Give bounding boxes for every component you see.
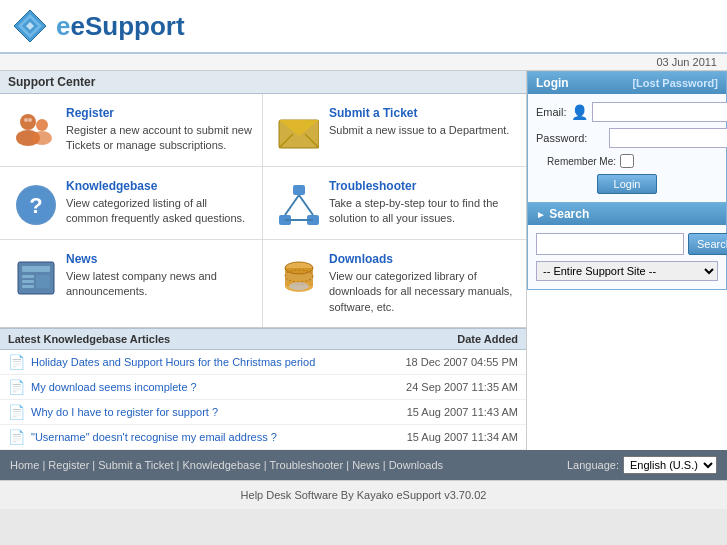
kb-article-link[interactable]: Why do I have to register for support ? xyxy=(31,406,401,418)
knowledgebase-desc: View categorized listing of all common f… xyxy=(66,196,252,227)
knowledgebase-text: Knowledgebase View categorized listing o… xyxy=(66,179,252,227)
kb-header-left: Latest Knowledgebase Articles xyxy=(8,333,170,345)
svg-rect-26 xyxy=(22,266,50,272)
svg-point-9 xyxy=(28,118,32,122)
knowledgebase-icon: ? xyxy=(10,179,58,227)
register-text: Register Register a new account to submi… xyxy=(66,106,252,154)
svg-rect-30 xyxy=(36,275,50,288)
support-center-label: Support Center xyxy=(8,75,95,89)
feature-troubleshooter: Troubleshooter Take a step-by-step tour … xyxy=(263,167,526,240)
password-row: Password: xyxy=(536,128,718,148)
footer-link-news[interactable]: News xyxy=(352,459,380,471)
footer-credit: Help Desk Software By Kayako eSupport v3… xyxy=(0,480,727,509)
search-input-row: Search xyxy=(536,233,718,255)
language-label: Language: xyxy=(567,459,619,471)
footer-link-troubleshooter[interactable]: Troubleshooter xyxy=(270,459,344,471)
email-row: Email: 👤 xyxy=(536,102,718,122)
footer-link-knowledgebase[interactable]: Knowledgebase xyxy=(182,459,260,471)
right-sidebar: Login [Lost Password] Email: 👤 Password:… xyxy=(527,71,727,450)
kb-article-icon: 📄 xyxy=(8,404,25,420)
email-input[interactable] xyxy=(592,102,727,122)
email-label: Email: xyxy=(536,106,567,118)
feature-downloads: Downloads View our categorized library o… xyxy=(263,240,526,327)
main-wrapper: Support Center xyxy=(0,71,727,450)
footer-credit-text: Help Desk Software By Kayako eSupport v3… xyxy=(241,489,487,501)
news-icon xyxy=(10,252,58,300)
search-title: Search xyxy=(549,207,589,221)
register-title[interactable]: Register xyxy=(66,106,252,120)
register-icon xyxy=(10,106,58,154)
search-arrow-icon: ► xyxy=(536,209,546,220)
knowledgebase-title[interactable]: Knowledgebase xyxy=(66,179,252,193)
search-form: Search -- Entire Support Site -- xyxy=(528,225,726,289)
password-label: Password: xyxy=(536,132,587,144)
login-title: Login xyxy=(536,76,569,90)
troubleshooter-desc: Take a step-by-step tour to find the sol… xyxy=(329,196,516,227)
kb-article-row: 📄 My download seems incomplete ? 24 Sep … xyxy=(0,375,526,400)
svg-point-4 xyxy=(20,114,36,130)
login-header: Login [Lost Password] xyxy=(528,72,726,94)
kb-article-row: 📄 "Username" doesn't recognise my email … xyxy=(0,425,526,450)
search-header: ► Search xyxy=(528,203,726,225)
login-form: Email: 👤 Password: Remember Me: Login xyxy=(528,94,726,202)
password-input[interactable] xyxy=(609,128,727,148)
footer-link-submit-ticket[interactable]: Submit a Ticket xyxy=(98,459,173,471)
svg-text:?: ? xyxy=(29,193,42,218)
login-btn-row: Login xyxy=(536,174,718,194)
footer-nav-links: Home | Register | Submit a Ticket | Know… xyxy=(10,459,443,471)
kb-article-link[interactable]: My download seems incomplete ? xyxy=(31,381,400,393)
submit-ticket-text: Submit a Ticket Submit a new issue to a … xyxy=(329,106,509,138)
troubleshooter-icon xyxy=(273,179,321,227)
downloads-title[interactable]: Downloads xyxy=(329,252,516,266)
svg-point-36 xyxy=(289,282,309,290)
kb-article-row: 📄 Why do I have to register for support … xyxy=(0,400,526,425)
kb-article-row: 📄 Holiday Dates and Support Hours for th… xyxy=(0,350,526,375)
logo-icon xyxy=(12,8,48,44)
downloads-desc: View our categorized library of download… xyxy=(329,269,516,315)
kb-article-date: 24 Sep 2007 11:35 AM xyxy=(406,381,518,393)
svg-point-8 xyxy=(24,118,28,122)
language-section: Language: English (U.S.) xyxy=(567,456,717,474)
kb-article-link[interactable]: "Username" doesn't recognise my email ad… xyxy=(31,431,401,443)
kb-article-icon: 📄 xyxy=(8,429,25,445)
user-icon: 👤 xyxy=(571,104,588,120)
svg-rect-27 xyxy=(22,275,34,278)
kb-header-right: Date Added xyxy=(457,333,518,345)
kb-section: Latest Knowledgebase Articles Date Added… xyxy=(0,328,526,450)
feature-news: News View latest company news and announ… xyxy=(0,240,263,327)
submit-ticket-title[interactable]: Submit a Ticket xyxy=(329,106,509,120)
date-display: 03 Jun 2011 xyxy=(656,56,717,68)
footer-link-home[interactable]: Home xyxy=(10,459,39,471)
lost-password-link[interactable]: [Lost Password] xyxy=(632,77,718,89)
feature-submit-ticket: Submit a Ticket Submit a new issue to a … xyxy=(263,94,526,167)
kb-article-icon: 📄 xyxy=(8,354,25,370)
remember-checkbox[interactable] xyxy=(620,154,634,168)
search-button[interactable]: Search xyxy=(688,233,727,255)
svg-point-6 xyxy=(36,119,48,131)
remember-row: Remember Me: xyxy=(536,154,718,168)
footer-link-register[interactable]: Register xyxy=(48,459,89,471)
support-center-title: Support Center xyxy=(0,71,526,94)
submit-ticket-desc: Submit a new issue to a Department. xyxy=(329,123,509,138)
troubleshooter-title[interactable]: Troubleshooter xyxy=(329,179,516,193)
kb-article-date: 15 Aug 2007 11:43 AM xyxy=(407,406,518,418)
kb-article-date: 15 Aug 2007 11:34 AM xyxy=(407,431,518,443)
footer-link-downloads[interactable]: Downloads xyxy=(389,459,443,471)
search-scope-select[interactable]: -- Entire Support Site -- xyxy=(536,261,718,281)
login-box: Login [Lost Password] Email: 👤 Password:… xyxy=(527,71,727,203)
svg-rect-29 xyxy=(22,285,34,288)
kb-article-link[interactable]: Holiday Dates and Support Hours for the … xyxy=(31,356,399,368)
feature-register: Register Register a new account to submi… xyxy=(0,94,263,167)
kb-article-date: 18 Dec 2007 04:55 PM xyxy=(405,356,518,368)
login-button[interactable]: Login xyxy=(597,174,658,194)
downloads-icon xyxy=(273,252,321,300)
kb-header: Latest Knowledgebase Articles Date Added xyxy=(0,328,526,350)
news-title[interactable]: News xyxy=(66,252,252,266)
kb-article-icon: 📄 xyxy=(8,379,25,395)
search-input[interactable] xyxy=(536,233,684,255)
site-header: eeSupport xyxy=(0,0,727,54)
submit-ticket-icon xyxy=(273,106,321,154)
language-select[interactable]: English (U.S.) xyxy=(623,456,717,474)
date-bar: 03 Jun 2011 xyxy=(0,54,727,71)
downloads-text: Downloads View our categorized library o… xyxy=(329,252,516,315)
